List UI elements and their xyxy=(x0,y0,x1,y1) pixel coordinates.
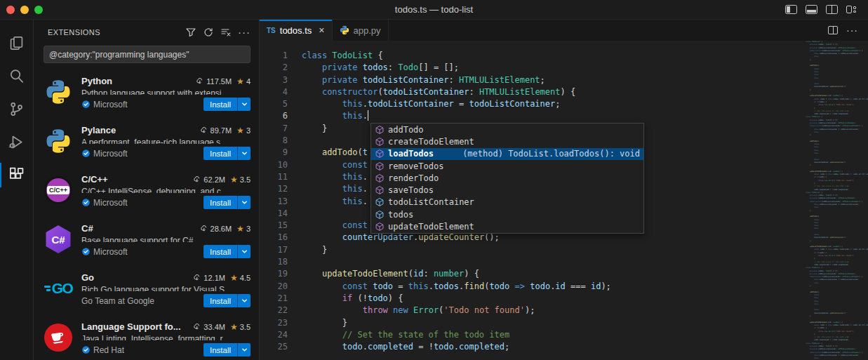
line-number: 19 xyxy=(260,268,288,280)
extension-name: Python xyxy=(81,76,112,86)
star-icon: ★ xyxy=(236,76,244,86)
line-number: 1 xyxy=(260,50,288,62)
tab-app.py[interactable]: app.py xyxy=(333,20,389,41)
clear-extensions-search-icon[interactable] xyxy=(220,27,232,38)
suggest-detail: (method) TodoList.loadTodos(): void xyxy=(462,149,640,159)
text-cursor xyxy=(368,110,369,121)
extension-stats: 33.4M★3.5 xyxy=(188,322,251,332)
install-button[interactable]: Install xyxy=(203,147,237,160)
activity-bar-extensions-icon[interactable] xyxy=(0,159,34,192)
line-number: 18 xyxy=(260,256,288,268)
extension-row[interactable]: C#C#28.6M★3Base language support for C#.… xyxy=(34,216,259,265)
extensions-search-input[interactable] xyxy=(44,46,251,63)
code-editor[interactable]: 1class TodoList {2 private todos: Todo[]… xyxy=(260,41,868,360)
extensions-sidebar: EXTENSIONS ··· Python117.5M★4Python lang… xyxy=(34,20,260,360)
close-tab-icon[interactable]: × xyxy=(319,25,324,35)
line-number: 24 xyxy=(260,329,288,341)
vscode-window: todos.ts — todo-list EXTENSIONS ··· Pyth… xyxy=(0,0,868,360)
line-number: 9 xyxy=(260,147,288,159)
activity-bar-source-control-icon[interactable] xyxy=(0,93,34,126)
extension-row[interactable]: Language Support fo...33.4M★3.5Java Lint… xyxy=(34,314,259,360)
minimize-window-button[interactable] xyxy=(20,6,29,14)
download-count: 117.5M xyxy=(206,77,232,86)
verified-publisher-icon xyxy=(81,247,91,256)
download-count: 12.1M xyxy=(203,274,225,282)
close-window-button[interactable] xyxy=(6,6,15,14)
install-button[interactable]: Install xyxy=(203,98,237,111)
suggest-label: loadTodos xyxy=(388,149,434,159)
extension-row[interactable]: GOGo12.1M★4.5Rich Go language support fo… xyxy=(34,265,259,314)
suggest-item-renderTodo[interactable]: renderTodo xyxy=(371,172,643,184)
split-editor-icon[interactable] xyxy=(828,26,838,34)
line-number: 3 xyxy=(260,74,288,86)
python-logo-icon xyxy=(44,126,73,156)
activity-bar-search-icon[interactable] xyxy=(0,60,34,93)
code-line: 16 counterUpdater.updateCounter(); xyxy=(260,232,806,244)
line-number: 22 xyxy=(260,305,288,316)
extension-row[interactable]: Pylance89.7M★3A performant, feature-rich… xyxy=(34,118,259,167)
extension-publisher: Microsoft xyxy=(81,198,128,208)
verified-publisher-icon xyxy=(81,198,91,207)
rating-value: 3 xyxy=(246,126,251,135)
customize-layout-icon[interactable] xyxy=(846,5,858,14)
star-icon: ★ xyxy=(236,126,244,135)
extensions-list: Python117.5M★4Python language support wi… xyxy=(34,69,259,360)
suggest-item-loadTodos[interactable]: loadTodos(method) TodoList.loadTodos(): … xyxy=(371,148,643,160)
suggest-item-updateTodoElement[interactable]: updateTodoElement xyxy=(371,220,643,232)
sidebar-title: EXTENSIONS xyxy=(48,28,100,36)
activity-bar-explorer-icon[interactable] xyxy=(0,27,34,60)
downloads-icon xyxy=(192,273,201,282)
toggle-primary-sidebar-icon[interactable] xyxy=(785,5,797,14)
extension-description: Python language support with extensi... xyxy=(81,88,251,95)
activity-bar-run-and-debug-icon[interactable] xyxy=(0,126,34,159)
line-number: 2 xyxy=(260,62,288,74)
suggest-item-todos[interactable]: todos xyxy=(371,208,643,220)
code-line: 4 constructor(todoListContainer: HTMLULi… xyxy=(260,86,806,98)
install-button[interactable]: Install xyxy=(203,196,237,209)
extension-row[interactable]: Python117.5M★4Python language support wi… xyxy=(34,69,259,118)
suggest-label: addTodo xyxy=(388,125,424,135)
suggest-item-createTodoElement[interactable]: createTodoElement xyxy=(371,135,643,147)
suggest-item-removeTodos[interactable]: removeTodos xyxy=(371,160,643,172)
tab-todos.ts[interactable]: TStodos.ts× xyxy=(260,20,333,41)
minimap[interactable]: class TodoList { private todos: Todo[] =… xyxy=(806,41,868,360)
install-options-chevron-icon[interactable] xyxy=(237,147,251,160)
zoom-window-button[interactable] xyxy=(34,6,43,14)
line-number: 7 xyxy=(260,123,288,135)
code-line: 17 } xyxy=(260,244,806,256)
suggest-item-addTodo[interactable]: addTodo xyxy=(371,124,643,135)
extension-description: A performant, feature-rich language s... xyxy=(81,138,251,144)
suggest-item-saveTodos[interactable]: saveTodos xyxy=(371,184,643,196)
refresh-icon[interactable] xyxy=(203,27,214,38)
suggest-label: renderTodo xyxy=(388,173,439,183)
toggle-panel-icon[interactable] xyxy=(806,5,817,14)
install-options-chevron-icon[interactable] xyxy=(237,245,251,258)
code-line: 3 private todoListContainer: HTMLUListEl… xyxy=(260,74,806,86)
traffic-lights xyxy=(0,6,43,14)
rating-value: 3.5 xyxy=(240,175,251,184)
install-button[interactable]: Install xyxy=(203,294,237,307)
line-number: 12 xyxy=(260,183,288,195)
extension-row[interactable]: C/C++C/C++62.2M★3.5C/C++ IntelliSense, d… xyxy=(34,167,259,216)
code-line: 19 updateTodoElement(id: number) { xyxy=(260,268,806,280)
extension-publisher: Go Team at Google xyxy=(81,296,154,306)
title-bar: todos.ts — todo-list xyxy=(0,0,868,20)
install-options-chevron-icon[interactable] xyxy=(237,196,251,209)
install-options-chevron-icon[interactable] xyxy=(237,294,251,307)
extension-stats: 12.1M★4.5 xyxy=(188,273,251,283)
filter-icon[interactable] xyxy=(185,27,196,38)
tab-label: todos.ts xyxy=(280,25,312,36)
install-button[interactable]: Install xyxy=(203,245,237,258)
suggest-item-todoListContainer[interactable]: todoListContainer xyxy=(371,196,643,208)
install-options-chevron-icon[interactable] xyxy=(237,98,251,111)
python-logo-icon xyxy=(44,77,73,107)
verified-publisher-icon xyxy=(81,100,91,109)
star-icon: ★ xyxy=(230,175,238,185)
star-icon: ★ xyxy=(230,322,238,332)
install-button[interactable]: Install xyxy=(203,343,237,356)
downloads-icon xyxy=(195,76,204,86)
toggle-secondary-sidebar-icon[interactable] xyxy=(826,5,838,14)
line-number: 8 xyxy=(260,135,288,147)
install-options-chevron-icon[interactable] xyxy=(237,343,251,356)
line-number: 6 xyxy=(260,110,288,122)
